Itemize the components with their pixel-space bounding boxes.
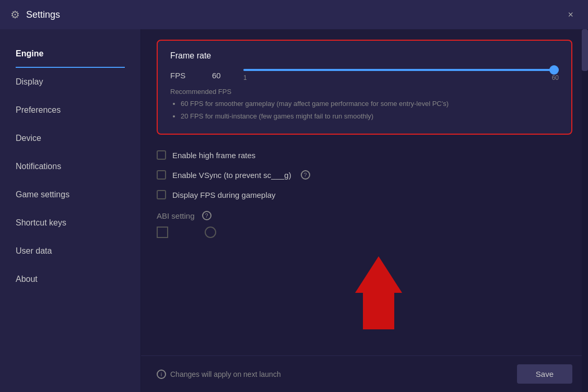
fps-slider-container: 1 60 xyxy=(243,69,559,81)
sidebar-item-shortcut-keys[interactable]: Shortcut keys xyxy=(0,209,140,237)
abi-options xyxy=(157,223,572,280)
slider-max: 60 xyxy=(552,74,559,81)
abi-option-2[interactable] xyxy=(205,227,216,238)
title-left: ⚙ Settings xyxy=(10,8,60,21)
checkbox-vsync-label: Enable VSync (to prevent sc___g) xyxy=(172,171,291,180)
recommended-section: Recommended FPS 60 FPS for smoother game… xyxy=(170,88,559,121)
checkbox-vsync: Enable VSync (to prevent sc___g) ? xyxy=(157,165,572,185)
sidebar-item-notifications[interactable]: Notifications xyxy=(0,152,140,181)
checkbox-vsync-input[interactable] xyxy=(157,170,166,180)
scroll-track xyxy=(582,29,588,392)
sidebar-item-preferences[interactable]: Preferences xyxy=(0,96,140,124)
fps-value: 60 xyxy=(212,71,233,80)
notice-icon: i xyxy=(157,370,166,379)
fps-label: FPS xyxy=(170,71,202,80)
sidebar-item-engine[interactable]: Engine xyxy=(0,40,140,68)
title-bar: ⚙ Settings × xyxy=(0,0,588,29)
checkbox-high-frame-rates-label: Enable high frame rates xyxy=(172,151,255,160)
arrow-stem xyxy=(363,293,394,329)
abi-setting-label: ABI setting xyxy=(157,211,195,220)
slider-labels: 1 60 xyxy=(243,74,559,81)
sidebar-item-device[interactable]: Device xyxy=(0,124,140,152)
sidebar-item-display[interactable]: Display xyxy=(0,68,140,96)
app-layout: Engine Display Preferences Device Notifi… xyxy=(0,29,588,392)
sidebar-item-user-data[interactable]: User data xyxy=(0,237,140,265)
recommendation-2: 20 FPS for multi-instance (few games mig… xyxy=(181,111,559,122)
sidebar-item-about[interactable]: About xyxy=(0,265,140,293)
sidebar-item-game-settings[interactable]: Game settings xyxy=(0,181,140,209)
fps-row: FPS 60 1 60 xyxy=(170,69,559,81)
fps-slider-track[interactable] xyxy=(243,69,559,71)
settings-icon: ⚙ xyxy=(10,8,20,21)
fps-slider-thumb[interactable] xyxy=(549,65,559,75)
recommendation-1: 60 FPS for smoother gameplay (may affect… xyxy=(181,99,559,109)
vsync-help-icon[interactable]: ? xyxy=(301,170,310,180)
notice: i Changes will apply on next launch xyxy=(157,370,281,379)
bottom-bar: i Changes will apply on next launch Save xyxy=(141,355,588,392)
abi-help-icon[interactable]: ? xyxy=(202,211,211,220)
recommended-title: Recommended FPS xyxy=(170,88,559,96)
main-content: Frame rate FPS 60 1 60 Recommended FPS xyxy=(141,29,588,392)
scroll-thumb[interactable] xyxy=(582,29,588,71)
close-button[interactable]: × xyxy=(563,8,578,21)
sidebar: Engine Display Preferences Device Notifi… xyxy=(0,29,141,392)
checkbox-high-frame-rates: Enable high frame rates xyxy=(157,145,572,165)
abi-option-1[interactable] xyxy=(157,227,168,238)
slider-min: 1 xyxy=(243,74,247,81)
checkbox-display-fps-input[interactable] xyxy=(157,190,166,199)
recommended-list: 60 FPS for smoother gameplay (may affect… xyxy=(170,99,559,121)
checkbox-display-fps-label: Display FPS during gameplay xyxy=(172,191,276,199)
checkbox-display-fps: Display FPS during gameplay xyxy=(157,185,572,205)
frame-rate-card: Frame rate FPS 60 1 60 Recommended FPS xyxy=(157,40,572,135)
checkbox-high-frame-rates-input[interactable] xyxy=(157,150,166,160)
abi-setting-row: ABI setting ? xyxy=(157,205,572,223)
notice-text: Changes will apply on next launch xyxy=(170,370,281,378)
window-title: Settings xyxy=(26,9,60,20)
frame-rate-title: Frame rate xyxy=(170,51,559,61)
save-button[interactable]: Save xyxy=(517,364,572,384)
